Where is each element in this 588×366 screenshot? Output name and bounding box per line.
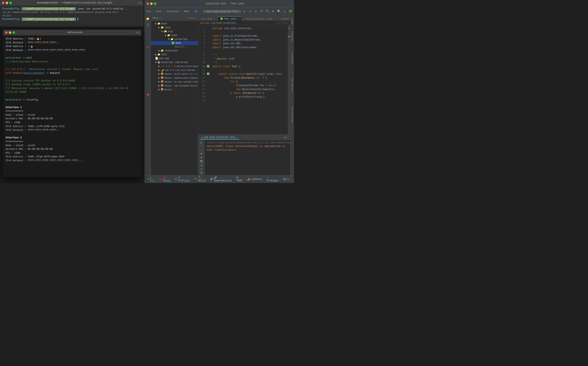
git-button[interactable]: 🌿 [288, 9, 293, 14]
line-numbers: 1 2 3 4 5 6 7 8 9 10 11 12 13 14 15 16 1 [198, 25, 206, 134]
msf-minimize-dot[interactable] [9, 31, 11, 34]
decompile-tab[interactable]: Decompile [291, 51, 294, 65]
close-dot[interactable] [2, 2, 5, 4]
terminal-prompt-path-2: ~/IdeaProjects/ysoserial-all/target [22, 18, 76, 21]
tab-beanc[interactable]: ☕ BeanC... ✕ [277, 16, 290, 21]
minimize-dot[interactable] [6, 2, 8, 4]
code-content[interactable]: package org.su18.ysuserial; import java.… [210, 25, 288, 134]
tree-maven-alibaba[interactable]: ▶ 📦 Maven: com.alibaba:hessia... [151, 84, 198, 88]
luacheck-bottom-btn[interactable]: 🌙 LuaCheck [245, 177, 264, 181]
tree-main[interactable]: ▶ 📁 main [151, 22, 198, 26]
run-print-icon[interactable]: 🖨 [198, 164, 204, 167]
nav-ysuserial[interactable]: ysuserial [165, 10, 180, 13]
coverage-button[interactable]: ⊙ [253, 9, 258, 14]
maven-tab[interactable]: Maven [291, 16, 294, 25]
nav-test[interactable]: Test [183, 10, 190, 13]
error-stripe[interactable] [288, 25, 290, 134]
code-area: 1 2 3 4 5 6 7 8 9 10 11 12 13 14 15 16 1 [198, 25, 290, 134]
tree-main-method[interactable]: main(S... [151, 45, 198, 49]
notifications-tab[interactable]: Notifications [291, 105, 294, 124]
run-settings-icon[interactable]: ⚙ [284, 136, 286, 139]
project-panel-header: Proj... ⟳ ≡ ⚙ ✕ [151, 15, 198, 21]
nav-down-icon[interactable]: ∨ [287, 22, 288, 24]
ide-maximize-dot[interactable] [154, 2, 156, 5]
tree-org[interactable]: ▶ 📁 org [151, 30, 198, 33]
build-bottom-btn[interactable]: 🔨 🔨 Build [193, 176, 207, 183]
database-tab[interactable]: Database [291, 30, 294, 43]
tree-java[interactable]: ▶ 📁 java [151, 26, 198, 30]
run-config-selector[interactable]: ▶ org.su18.ysuserial.Test ▾ [203, 10, 241, 13]
bookmarks-icon[interactable]: 🔖 [145, 92, 151, 98]
terminal-line-2: la.jar CommonsCollections6 'RC-http://12… [2, 11, 141, 14]
tree-lua[interactable]: ▶ 🌙 Lua 5.3 Lua std library [151, 68, 198, 72]
sprint-bottom-btn[interactable]: Spri... [281, 177, 294, 181]
todo-bottom-btn[interactable]: ☰ TODO [235, 176, 244, 183]
run-camera-icon[interactable]: 📷 [198, 160, 204, 163]
ide-close-dot[interactable] [147, 2, 149, 5]
build-button[interactable]: 🔨 [265, 9, 270, 14]
dependencies-bottom-btn[interactable]: 🔗 🔗 Dependencies [208, 176, 233, 183]
profiler-bottom-btn[interactable]: ⏱ ⏱ Profiler [173, 176, 192, 183]
tab-er-java[interactable]: ☕ er.java ✕ [198, 16, 218, 21]
tree-jdk[interactable]: ▶ ☕ < 1.7 > /Library/Java/Java... [151, 64, 198, 68]
ide-minimize-dot[interactable] [150, 2, 153, 5]
tab-test-java[interactable]: 🟢 Test.java ✕ [218, 16, 242, 21]
run-tab-active[interactable]: ▶ org.su18.ysuserial.Test ✕ [200, 136, 239, 139]
nav-member[interactable]: 👤▾ [193, 9, 200, 13]
run-scroll-up-icon[interactable]: ↑ [198, 145, 204, 148]
problems-bottom-btn[interactable]: ⚠ Problems [265, 176, 280, 183]
github-copilot-tab[interactable]: GitHub Cop... [291, 73, 294, 92]
tree-maven-antlr[interactable]: ▶ 📦 Maven: antlr:antlr:2.7.7 [151, 72, 198, 76]
proj-collapse-icon[interactable]: ≡ [190, 17, 192, 19]
run-bottom-btn[interactable]: ▶ ▶ Run [146, 176, 156, 183]
run-filter-icon[interactable]: ⊞ [198, 156, 204, 159]
tree-maven-cal[interactable]: ▶ 📦 Maven: ch.qos.cal10n:cal1... [151, 80, 198, 84]
tree-ext-libs[interactable]: ▼ 📚 External Libraries [151, 60, 198, 64]
structure-icon[interactable]: ☰ [145, 22, 151, 28]
run-rerun-icon[interactable]: ▶ [198, 141, 204, 144]
tree-ysuserial[interactable]: ▼ 📁 ysuserial [151, 37, 198, 41]
msf-close-dot[interactable] [5, 31, 8, 34]
run-button[interactable]: ▶ [242, 9, 247, 14]
run-close-icon[interactable]: – [287, 136, 289, 139]
proj-sync-icon[interactable]: ⟳ [188, 17, 190, 19]
msf-body[interactable]: IPv6 Address : fe80::🔥1 IPv6 Netmask : f… [3, 35, 141, 177]
run-stop-icon[interactable]: ■ [198, 152, 204, 155]
profile-button[interactable]: ⏱ [259, 9, 264, 14]
run-gutter-11: ▶ [207, 65, 210, 68]
tree-item-resources: resources [165, 49, 178, 52]
msf-iface2-mtu: MTU : 1380 [6, 151, 139, 155]
tree-pom[interactable]: 📄 pom.xml [151, 56, 198, 60]
project-view-icon[interactable]: 📁 [145, 16, 151, 22]
msf-title: msfconsole [16, 31, 134, 34]
run-scroll-down-icon[interactable]: ↓ [198, 149, 204, 152]
ide-bottom-bar: ▶ ▶ Run 🐞 🐞 Debug ⏱ ⏱ Profiler 🔨 🔨 Build… [144, 175, 294, 183]
tree-su18[interactable]: ▶ 📁 su18 [151, 33, 198, 37]
msf-maximize-dot[interactable] [13, 31, 15, 34]
tree-test-class[interactable]: 🟢 Test [151, 41, 198, 45]
run-trash-icon[interactable]: 🗑 [198, 171, 204, 174]
project-tree: ▶ 📁 main ▶ 📁 java ▶ 📁 org ▶ 📁 su [151, 21, 198, 175]
nav-org[interactable]: org [146, 10, 152, 13]
nav-su18[interactable]: su18 [155, 10, 162, 13]
proj-close-icon[interactable]: ✕ [195, 17, 196, 19]
run-dump-icon[interactable]: ⊡ [198, 168, 204, 171]
tree-maven-more[interactable]: ▶ 📦 Maven: ... [151, 88, 198, 92]
msf-iface1-sep: ============ [6, 109, 139, 113]
msf-titlebar: msfconsole ⌃⌘3 [3, 30, 141, 35]
search-button[interactable]: 🔍 [276, 9, 281, 14]
proj-settings-icon[interactable]: ⚙ [193, 17, 194, 19]
tab-urlclassloader[interactable]: ☕ URLClassLoader.java ✕ [242, 16, 277, 21]
tree-resources[interactable]: ▶ 📁 resources [151, 49, 198, 53]
top-terminal-titlebar: phoebe@sushiba: ~/IdeaProjects/ysoserial… [0, 0, 143, 6]
settings-button[interactable]: ⚙ [271, 9, 275, 14]
nav-up-icon[interactable]: ∧ [285, 22, 286, 24]
tree-test[interactable]: ▶ 📁 test [151, 53, 198, 56]
tree-maven-aop[interactable]: ▶ 📦 Maven: aopalliance:aopalli... [151, 76, 198, 80]
update-button[interactable]: ↻ [282, 9, 287, 14]
debug-button[interactable]: 🐞 [248, 9, 253, 14]
debug-bottom-btn[interactable]: 🐞 🐞 Debug [157, 176, 172, 183]
maximize-dot[interactable] [9, 2, 12, 4]
run-output[interactable]: /Library/Java/JavaVirtualMachines/jdk1.8… [205, 140, 290, 175]
pullrequest-icon[interactable]: ⇆ [145, 45, 151, 50]
